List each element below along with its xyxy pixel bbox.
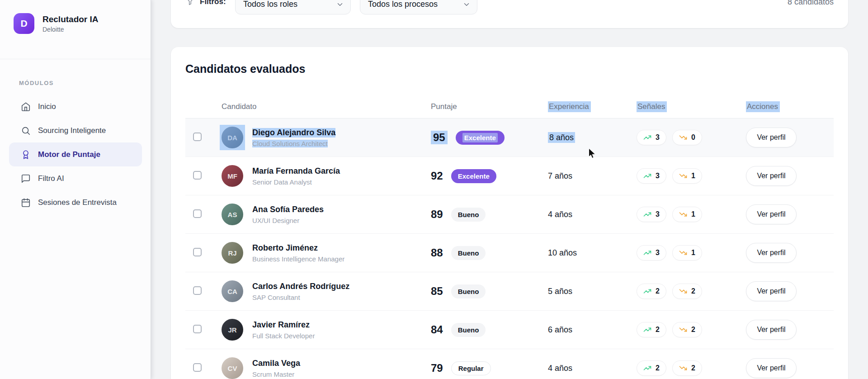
sidebar-item-label: Motor de Puntaje — [38, 150, 100, 159]
trend-down-icon — [679, 249, 687, 257]
negative-signals-count: 2 — [691, 287, 695, 295]
negative-signals-chip: 2 — [672, 322, 702, 337]
sidebar-item-inicio[interactable]: Inicio — [9, 95, 142, 118]
row-checkbox[interactable] — [193, 171, 202, 180]
view-profile-button[interactable]: Ver perfil — [746, 358, 797, 378]
positive-signals-count: 2 — [656, 287, 660, 295]
org-name: Deloitte — [42, 26, 99, 33]
candidate-row[interactable]: AS Ana Sofía Paredes UX/UI Designer 89 B… — [185, 195, 834, 234]
score-badge: Bueno — [451, 208, 486, 222]
trend-down-icon — [679, 172, 687, 180]
chevron-down-icon — [462, 0, 471, 9]
view-profile-button[interactable]: Ver perfil — [746, 166, 797, 186]
negative-signals-chip: 1 — [672, 245, 702, 261]
trend-up-icon — [643, 364, 651, 372]
score-badge: Excelente — [451, 169, 496, 183]
candidate-score: 79 — [431, 362, 443, 374]
candidate-row[interactable]: CA Carlos Andrés Rodríguez SAP Consultan… — [185, 272, 834, 311]
score-badge: Regular — [451, 361, 491, 375]
negative-signals-count: 0 — [691, 133, 695, 142]
avatar: AS — [222, 204, 243, 225]
modules-section-label: MÓDULOS — [19, 80, 54, 86]
candidate-name: Carlos Andrés Rodríguez — [252, 282, 349, 291]
candidate-score: 92 — [431, 170, 443, 182]
view-profile-button[interactable]: Ver perfil — [746, 204, 797, 224]
avatar: CA — [222, 280, 243, 302]
candidates-count: 8 candidatos — [788, 0, 834, 7]
candidate-experience: 7 años — [548, 171, 637, 181]
negative-signals-chip: 2 — [672, 360, 702, 376]
chevron-down-icon — [336, 0, 344, 9]
sidebar-item-label: Inicio — [38, 102, 56, 111]
candidate-name: Camila Vega — [252, 359, 300, 368]
app-logo: D — [14, 13, 34, 34]
home-icon — [21, 102, 31, 112]
row-checkbox[interactable] — [193, 209, 202, 218]
candidate-name: Ana Sofía Paredes — [252, 205, 324, 214]
column-header-candidato: Candidato — [222, 102, 431, 111]
column-header-experiencia: Experiencia — [548, 102, 637, 111]
filter-bar: Filtros: Todos los roles Todos los proce… — [171, 0, 848, 28]
candidates-card: Candidatos evaluados Candidato Puntaje E… — [171, 47, 848, 379]
trend-down-icon — [679, 326, 687, 334]
candidate-name: Roberto Jiménez — [252, 243, 318, 253]
positive-signals-chip: 3 — [637, 245, 666, 261]
table-header: Candidato Puntaje Experiencia Señales Ac… — [185, 95, 834, 118]
positive-signals-chip: 2 — [637, 360, 666, 376]
candidate-row[interactable]: MF María Fernanda García Senior Data Ana… — [185, 157, 834, 195]
candidate-experience: 5 años — [548, 287, 637, 296]
column-header-acciones: Acciones — [746, 102, 834, 111]
view-profile-button[interactable]: Ver perfil — [746, 320, 797, 340]
candidate-role: UX/UI Designer — [252, 217, 299, 224]
positive-signals-count: 3 — [656, 133, 660, 142]
trend-down-icon — [679, 364, 687, 372]
positive-signals-chip: 3 — [637, 168, 666, 184]
sidebar-item-label: Sesiones de Entrevista — [38, 198, 117, 207]
award-icon — [21, 150, 31, 160]
brand: D Reclutador IA Deloitte — [14, 13, 99, 34]
candidate-row[interactable]: CV Camila Vega Scrum Master 79 Regular 4… — [185, 349, 834, 379]
row-checkbox[interactable] — [193, 133, 202, 141]
positive-signals-chip: 2 — [637, 322, 666, 337]
row-checkbox[interactable] — [193, 325, 202, 333]
candidate-experience: 8 años — [548, 133, 637, 142]
page-title: Candidatos evaluados — [185, 62, 305, 76]
positive-signals-count: 2 — [656, 326, 660, 334]
sidebar-item-sesiones-de-entrevista[interactable]: Sesiones de Entrevista — [9, 190, 142, 214]
candidate-row[interactable]: JR Javier Ramírez Full Stack Developer 8… — [185, 311, 834, 349]
positive-signals-count: 3 — [656, 172, 660, 180]
view-profile-button[interactable]: Ver perfil — [746, 128, 797, 147]
chat-icon — [21, 174, 31, 184]
avatar: RJ — [222, 242, 243, 264]
process-filter-value: Todos los procesos — [368, 0, 438, 9]
row-checkbox[interactable] — [193, 286, 202, 295]
sidebar-item-filtro-ai[interactable]: Filtro AI — [9, 166, 142, 190]
negative-signals-count: 1 — [691, 172, 695, 180]
avatar: MF — [222, 165, 243, 187]
row-checkbox[interactable] — [193, 363, 202, 372]
positive-signals-count: 2 — [656, 364, 660, 372]
sidebar-nav: Inicio Sourcing Inteligente Motor de Pun… — [9, 95, 142, 214]
negative-signals-chip: 0 — [672, 130, 702, 145]
filters-label: Filtros: — [200, 0, 226, 6]
process-filter-select[interactable]: Todos los procesos — [360, 0, 477, 14]
candidate-row[interactable]: RJ Roberto Jiménez Business Intelligence… — [185, 234, 834, 272]
candidate-score: 95 — [431, 131, 448, 144]
positive-signals-count: 3 — [656, 210, 660, 218]
row-checkbox[interactable] — [193, 248, 202, 256]
roles-filter-select[interactable]: Todos los roles — [235, 0, 351, 14]
candidate-role: Scrum Master — [252, 370, 294, 378]
sidebar-item-motor-de-puntaje[interactable]: Motor de Puntaje — [9, 142, 142, 166]
score-badge: Excelente — [456, 131, 505, 145]
sidebar-item-sourcing-inteligente[interactable]: Sourcing Inteligente — [9, 118, 142, 142]
score-badge: Bueno — [451, 284, 486, 298]
view-profile-button[interactable]: Ver perfil — [746, 243, 797, 263]
candidate-experience: 10 años — [548, 248, 637, 258]
mouse-cursor — [588, 148, 596, 159]
view-profile-button[interactable]: Ver perfil — [746, 281, 797, 301]
positive-signals-chip: 2 — [637, 284, 666, 299]
candidate-row[interactable]: DA Diego Alejandro Silva Cloud Solutions… — [185, 118, 834, 157]
sidebar: D Reclutador IA Deloitte MÓDULOS Inicio … — [0, 0, 151, 379]
positive-signals-count: 3 — [656, 249, 660, 257]
calendar-icon — [21, 198, 31, 208]
